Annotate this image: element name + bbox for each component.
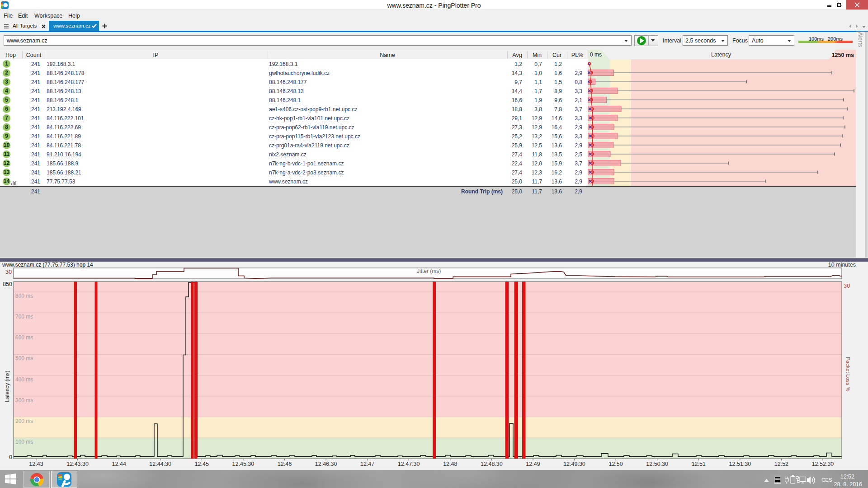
svg-text:12:51: 12:51 — [692, 461, 706, 467]
svg-text:100 ms: 100 ms — [15, 439, 33, 445]
svg-text:Jitter (ms): Jitter (ms) — [417, 268, 441, 274]
svg-text:12:45:30: 12:45:30 — [232, 461, 255, 467]
svg-text:12:48: 12:48 — [443, 461, 457, 467]
svg-text:0: 0 — [9, 454, 12, 460]
svg-text:12:43:30: 12:43:30 — [66, 461, 89, 467]
svg-text:12:50: 12:50 — [609, 461, 623, 467]
svg-text:28. 8. 2016: 28. 8. 2016 — [834, 481, 862, 488]
svg-text:12:44:30: 12:44:30 — [149, 461, 171, 467]
svg-text:12:43: 12:43 — [29, 461, 43, 467]
svg-text:0 ms: 0 ms — [590, 52, 602, 58]
svg-text:12:50:30: 12:50:30 — [646, 461, 668, 467]
svg-text:12:51:30: 12:51:30 — [729, 461, 751, 467]
svg-text:30: 30 — [5, 269, 12, 275]
svg-text:12:47: 12:47 — [360, 461, 374, 467]
svg-text:Latency (ms): Latency (ms) — [4, 371, 10, 402]
svg-text:12:45: 12:45 — [195, 461, 209, 467]
svg-text:12:52:30: 12:52:30 — [812, 461, 834, 467]
svg-text:12:46: 12:46 — [278, 461, 292, 467]
svg-text:700 ms: 700 ms — [15, 314, 33, 320]
svg-text:www.seznam.cz (77.75.77.53) ho: www.seznam.cz (77.75.77.53) hop 14 — [2, 262, 93, 268]
svg-text:800 ms: 800 ms — [15, 293, 33, 299]
svg-text:200 ms: 200 ms — [15, 418, 33, 424]
svg-text:1250 ms: 1250 ms — [832, 52, 854, 58]
svg-text:12:46:30: 12:46:30 — [315, 461, 337, 467]
svg-text:12:49:30: 12:49:30 — [563, 461, 585, 467]
svg-text:12:47:30: 12:47:30 — [398, 461, 420, 467]
svg-text:12:48:30: 12:48:30 — [481, 461, 503, 467]
svg-text:10 minutes: 10 minutes — [828, 262, 856, 268]
svg-text:300 ms: 300 ms — [15, 397, 33, 404]
svg-text:30: 30 — [844, 282, 850, 289]
svg-text:500 ms: 500 ms — [15, 355, 33, 361]
svg-text:Latency: Latency — [711, 52, 731, 58]
svg-text:12:52: 12:52 — [774, 461, 788, 467]
svg-text:400 ms: 400 ms — [15, 376, 33, 383]
svg-text:850: 850 — [3, 281, 12, 287]
svg-text:Packet Loss %: Packet Loss % — [845, 357, 851, 391]
svg-text:12:44: 12:44 — [112, 461, 126, 467]
svg-text:CES: CES — [821, 477, 832, 483]
svg-text:12:49: 12:49 — [526, 461, 540, 467]
svg-text:600 ms: 600 ms — [15, 334, 33, 341]
svg-text:12:52: 12:52 — [840, 474, 854, 480]
